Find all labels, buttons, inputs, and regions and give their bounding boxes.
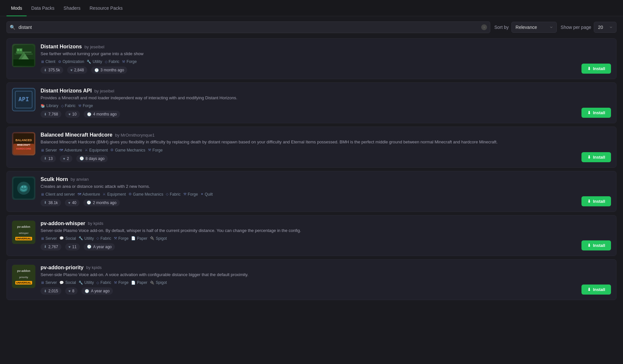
mod-author: by MrOrnithorynque1 [115, 133, 154, 138]
install-icon: ⬇ [587, 199, 591, 204]
per-page-label: Show per page [561, 25, 591, 30]
downloads-count: ⬇ 375.5k [41, 67, 63, 74]
mod-author: by jeseibel [94, 89, 114, 93]
tag-forge: ⚒ Forge [114, 280, 128, 285]
mod-desc: See farther without turning your game in… [41, 51, 611, 57]
downloads-count: ⬇ 2,767 [41, 243, 61, 250]
per-page-select[interactable]: 10 20 50 [594, 22, 617, 33]
install-button-distant-horizons[interactable]: ⬇ Install [581, 64, 611, 74]
tag-forge: ⚒ Forge [78, 103, 93, 108]
download-icon: ⬇ [44, 200, 47, 205]
updated-time: 🕐 3 months ago [91, 67, 128, 74]
install-button-bmh[interactable]: ⬇ Install [581, 152, 611, 162]
tag-fabric: ◇ Fabric [96, 280, 111, 285]
install-button-whisper[interactable]: ⬇ Install [581, 240, 611, 250]
mod-title-row: Sculk Horn by anvian [41, 176, 611, 182]
svg-point-21 [24, 186, 26, 188]
mod-author: by jeseibel [84, 44, 104, 49]
tag-utility: 🔧 Utility [79, 280, 94, 285]
mod-thumbnail-api: API [12, 88, 35, 111]
svg-text:API: API [18, 96, 29, 103]
mod-meta: ⬇ 2,015 ♥ 8 🕐 A year ago [41, 287, 611, 295]
tag-forge: ⚒ Forge [183, 192, 198, 197]
mod-tags: 🖥 Server 🗺 Adventure ⚔ Equipment ⚙ Game … [41, 148, 611, 152]
mod-title: Distant Horizons [41, 44, 82, 50]
mod-desc: Balanced Minecraft Hardcore (BMH) gives … [41, 139, 611, 145]
tag-fabric: ◇ Fabric [96, 236, 111, 241]
nav-mods[interactable]: Mods [6, 0, 27, 16]
clock-icon: 🕐 [87, 112, 92, 116]
clock-icon: 🕐 [85, 289, 89, 293]
install-icon: ⬇ [587, 243, 591, 248]
mod-thumbnail-sculk [12, 176, 35, 200]
mod-meta: ⬇ 7,768 ♥ 10 🕐 4 months ago [41, 111, 611, 118]
download-icon: ⬇ [44, 112, 47, 116]
mod-title-row: pv-addon-whisper by kpids [41, 221, 611, 226]
install-button-sculk[interactable]: ⬇ Install [581, 196, 611, 206]
nav-shaders[interactable]: Shaders [59, 0, 85, 16]
heart-icon: ♥ [70, 68, 73, 72]
mod-title-row: Balanced Minecraft Hardcore by MrOrnitho… [41, 132, 611, 138]
mod-tags: 🖥 Client ⚙ Optimization 🔧 Utility ◇ Fabr… [41, 59, 611, 64]
mod-title: pv-addon-priority [41, 265, 83, 271]
mod-title: Balanced Minecraft Hardcore [41, 132, 112, 138]
install-button-api[interactable]: ⬇ Install [581, 108, 611, 118]
install-icon: ⬇ [587, 66, 591, 71]
updated-time: 🕐 4 months ago [84, 111, 120, 118]
mod-card-sculk-horn: Sculk Horn by anvian Creates an area or … [6, 171, 617, 212]
tag-utility: 🔧 Utility [87, 59, 102, 64]
mod-author: by kpids [88, 221, 104, 226]
mod-card-distant-horizons: Distant Horizons by jeseibel See farther… [6, 38, 617, 79]
heart-icon: ♥ [68, 112, 71, 116]
tag-library: 📚 Library [41, 103, 58, 108]
clear-search-icon[interactable]: × [481, 24, 487, 30]
downloads-count: ⬇ 7,768 [41, 111, 61, 118]
heart-icon: ♥ [68, 245, 71, 249]
sort-label: Sort by [494, 25, 508, 30]
clock-icon: 🕐 [87, 200, 91, 205]
tag-spigot: 🔌 Spigot [150, 280, 167, 285]
mod-title-row: Distant Horizons API by jeseibel [41, 88, 611, 94]
mod-thumbnail-priority: pv-addon priority UNIVERSAL [12, 265, 35, 288]
tag-forge: ⚒ Forge [114, 236, 128, 241]
likes-count: ♥ 10 [65, 111, 80, 118]
nav-resource-packs[interactable]: Resource Packs [85, 0, 127, 16]
mod-tags: 📚 Library ◇ Fabric ⚒ Forge [41, 103, 611, 108]
mod-meta: ⬇ 38.1k ♥ 40 🕐 2 months ago [41, 199, 611, 206]
tag-server: 🖥 Server [41, 280, 57, 285]
search-wrapper: 🔍 × [6, 21, 490, 33]
svg-rect-8 [20, 49, 22, 51]
updated-time: 🕐 8 days ago [76, 155, 108, 162]
tag-optimization: ⚙ Optimization [58, 59, 84, 64]
mod-card-pv-whisper: pv-addon whisper UNIVERSAL pv-addon-whis… [6, 215, 617, 256]
mod-author: by anvian [70, 177, 89, 182]
mod-thumbnail-bmh: BALANCED MINECRAFT HARDCORE [12, 132, 35, 155]
install-button-priority[interactable]: ⬇ Install [581, 285, 611, 295]
mod-meta: ⬇ 13 ♥ 2 🕐 8 days ago [41, 155, 611, 162]
tag-adventure: 🗺 Adventure [78, 192, 100, 197]
svg-rect-5 [13, 59, 34, 66]
mod-content-sculk: Sculk Horn by anvian Creates an area or … [41, 176, 611, 206]
mod-title: Distant Horizons API [41, 88, 92, 94]
search-input[interactable] [6, 21, 490, 33]
sort-select[interactable]: Relevance Downloads Newest Updated [511, 22, 557, 33]
download-icon: ⬇ [44, 68, 47, 72]
download-icon: ⬇ [44, 156, 47, 161]
search-area: 🔍 × Sort by Relevance Downloads Newest U… [0, 16, 623, 38]
downloads-count: ⬇ 2,015 [41, 287, 61, 295]
svg-rect-7 [17, 49, 19, 51]
likes-count: ♥ 2 [60, 155, 72, 162]
mod-desc: Provides a Minecraft and mod loader inde… [41, 95, 611, 101]
svg-point-20 [21, 186, 23, 188]
tag-utility: 🔧 Utility [79, 236, 94, 241]
mod-title: pv-addon-whisper [41, 221, 85, 226]
mod-card-pv-priority: pv-addon priority UNIVERSAL pv-addon-pri… [6, 259, 617, 300]
updated-time: 🕐 A year ago [84, 243, 115, 250]
tag-fabric: ◇ Fabric [166, 192, 180, 197]
tag-spigot: 🔌 Spigot [150, 236, 167, 241]
tag-client: 🖥 Client [41, 59, 55, 64]
nav-data-packs[interactable]: Data Packs [27, 0, 59, 16]
mod-card-distant-horizons-api: API Distant Horizons API by jeseibel Pro… [6, 82, 617, 123]
clock-icon: 🕐 [87, 245, 92, 249]
install-icon: ⬇ [587, 110, 591, 115]
